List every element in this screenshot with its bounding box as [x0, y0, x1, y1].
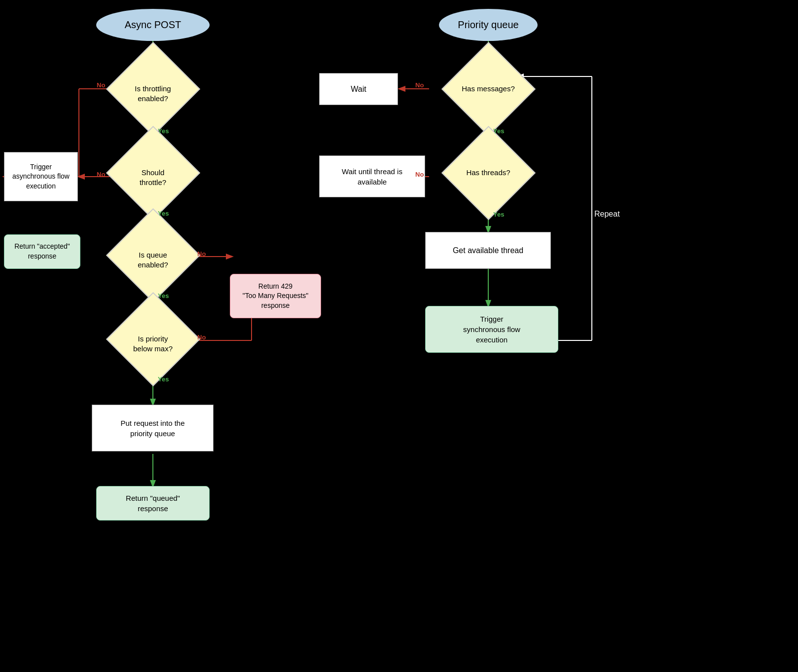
trigger-async-rect: Trigger asynchronous flow execution: [4, 152, 78, 201]
wait-rect: Wait: [319, 73, 398, 105]
is-priority-below-diamond: Is priority below max?: [106, 314, 200, 364]
should-throttle-no-label: No: [97, 171, 105, 178]
trigger-sync-rect: Trigger synchronous flow execution: [425, 306, 558, 353]
async-post-oval: Async POST: [96, 9, 210, 41]
flowchart-diagram: Async POST Priority queue Is throttling …: [0, 0, 798, 672]
should-throttle-yes-label: Yes: [158, 210, 169, 217]
queue-yes-label: Yes: [158, 292, 169, 299]
threads-no-label: No: [415, 171, 424, 178]
return-queued-rect: Return "queued" response: [96, 486, 210, 521]
priority-queue-oval: Priority queue: [439, 9, 538, 41]
get-thread-rect: Get available thread: [425, 232, 551, 269]
messages-no-label: No: [415, 81, 424, 89]
wait-until-rect: Wait until thread is available: [319, 155, 425, 197]
threads-yes-label: Yes: [493, 211, 504, 218]
queue-no-label: No: [197, 250, 206, 258]
return-429-rect: Return 429 "Too Many Requests" response: [230, 274, 321, 318]
messages-yes-label: Yes: [493, 127, 504, 135]
throttling-yes-label: Yes: [158, 127, 169, 135]
should-throttle-diamond: Should throttle?: [106, 148, 200, 197]
is-throttling-diamond: Is throttling enabled?: [106, 64, 200, 113]
repeat-label: Repeat: [594, 210, 620, 219]
has-messages-diamond: Has messages?: [441, 64, 535, 113]
throttling-no-label: No: [97, 81, 105, 89]
put-request-rect: Put request into the priority queue: [92, 405, 214, 451]
priority-yes-label: Yes: [158, 375, 169, 383]
is-queue-enabled-diamond: Is queue enabled?: [106, 230, 200, 280]
has-threads-diamond: Has threads?: [441, 148, 535, 197]
priority-no-label: No: [197, 334, 206, 341]
return-accepted-rect: Return "accepted" response: [4, 234, 80, 269]
